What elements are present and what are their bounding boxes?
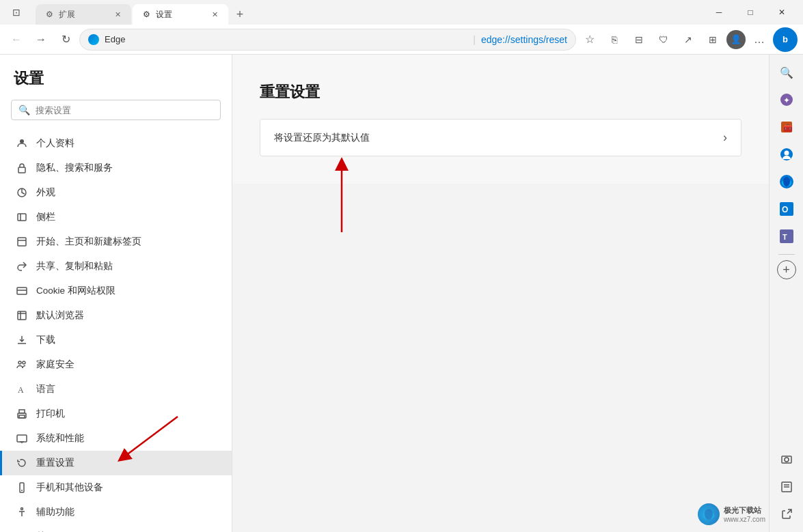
right-profile-icon[interactable] xyxy=(774,142,799,167)
address-bar[interactable]: Edge | edge://settings/reset xyxy=(79,29,576,51)
edge-logo-icon xyxy=(88,34,99,45)
sidebar-item-reset[interactable]: 重置设置 xyxy=(0,451,232,475)
sidebar-item-privacy[interactable]: 隐私、搜索和服务 xyxy=(0,156,232,180)
svg-rect-17 xyxy=(19,415,25,418)
right-open-icon[interactable] xyxy=(774,502,799,527)
printer-icon xyxy=(16,408,28,420)
svg-point-40 xyxy=(785,458,789,462)
tab-bar: ⚙ 扩展 ✕ ⚙ 设置 ✕ + xyxy=(36,0,698,25)
refresh-button[interactable]: ↻ xyxy=(55,29,77,51)
sidebar-item-downloads[interactable]: 下载 xyxy=(0,328,232,352)
sidebar-item-sidebar-label: 侧栏 xyxy=(36,211,55,223)
sidebar-item-language[interactable]: A 语言 xyxy=(0,377,232,402)
watermark-text: 极光下载站 www.xz7.com xyxy=(724,505,765,523)
sidebar-item-accessibility[interactable]: 辅助功能 xyxy=(0,500,232,524)
settings-more-icon[interactable]: … xyxy=(748,29,770,51)
content-area: 重置设置 将设置还原为其默认值 › xyxy=(232,55,769,184)
settings-search-input[interactable] xyxy=(36,105,213,115)
collections-icon[interactable]: ⎘ xyxy=(603,29,625,51)
split-screen-icon[interactable]: ⊟ xyxy=(628,29,650,51)
privacy-icon xyxy=(16,162,28,174)
sidebar-item-share[interactable]: 共享、复制和粘贴 xyxy=(0,254,232,279)
profile-avatar[interactable]: 👤 xyxy=(726,30,746,49)
forward-button[interactable]: → xyxy=(30,29,52,51)
sidebar-icon xyxy=(16,211,28,223)
reset-defaults-card[interactable]: 将设置还原为其默认值 › xyxy=(260,119,741,156)
sidebar-item-sidebar[interactable]: 侧栏 xyxy=(0,205,232,229)
tab-settings[interactable]: ⚙ 设置 ✕ xyxy=(133,4,228,25)
right-panel-divider xyxy=(778,254,795,255)
svg-rect-1 xyxy=(18,167,25,173)
tab-extensions-close[interactable]: ✕ xyxy=(112,9,123,20)
sidebar-item-appearance-label: 外观 xyxy=(36,186,55,199)
sidebar-item-cookies[interactable]: Cookie 和网站权限 xyxy=(0,279,232,303)
share-icon[interactable]: ↗ xyxy=(677,29,699,51)
svg-rect-3 xyxy=(18,214,26,221)
right-discover-icon[interactable]: ✦ xyxy=(774,87,799,112)
avatar-initial: 👤 xyxy=(731,34,741,44)
window-controls-left: ⊡ xyxy=(5,1,27,23)
content-title: 重置设置 xyxy=(260,82,741,102)
watermark-logo xyxy=(698,503,720,525)
search-icon: 🔍 xyxy=(18,104,30,115)
reset-icon xyxy=(16,457,28,469)
sidebar-item-cookies-label: Cookie 和网站权限 xyxy=(36,285,115,297)
system-icon xyxy=(16,432,28,445)
sidebar-item-language-label: 语言 xyxy=(36,383,55,395)
window-controls-right: ─ □ ✕ xyxy=(703,0,798,25)
svg-point-13 xyxy=(18,361,21,364)
tab-extensions[interactable]: ⚙ 扩展 ✕ xyxy=(36,4,131,25)
sidebar-title: 设置 xyxy=(0,68,232,100)
sidebar-item-appearance[interactable]: 外观 xyxy=(0,180,232,205)
sidebar-item-printer-label: 打印机 xyxy=(36,408,65,420)
sidebar-item-system[interactable]: 系统和性能 xyxy=(0,426,232,451)
close-button[interactable]: ✕ xyxy=(766,0,798,25)
sidebar-item-privacy-label: 隐私、搜索和服务 xyxy=(36,162,113,174)
cookies-icon xyxy=(16,285,28,297)
reset-card-text: 将设置还原为其默认值 xyxy=(274,132,723,144)
tab-settings-close[interactable]: ✕ xyxy=(209,9,220,20)
title-bar: ⊡ ⚙ 扩展 ✕ ⚙ 设置 ✕ + ─ □ ✕ xyxy=(0,0,803,25)
right-edge-icon[interactable] xyxy=(774,169,799,194)
sidebar-item-default-browser[interactable]: 默认浏览器 xyxy=(0,303,232,328)
sidebar-item-about[interactable]: 关于 Microsoft Edge xyxy=(0,524,232,532)
right-teams-icon[interactable]: T xyxy=(774,224,799,249)
right-screenshot-icon[interactable] xyxy=(774,447,799,472)
bing-icon: b xyxy=(782,34,788,44)
sidebar-item-downloads-label: 下载 xyxy=(36,334,55,346)
maximize-button[interactable]: □ xyxy=(735,0,766,25)
back-button[interactable]: ← xyxy=(5,29,27,51)
sidebar-item-printer[interactable]: 打印机 xyxy=(0,402,232,426)
family-icon xyxy=(16,359,28,371)
svg-rect-18 xyxy=(17,435,27,442)
browser-essentials-icon[interactable]: 🛡 xyxy=(653,29,675,51)
new-tab-button[interactable]: + xyxy=(230,4,250,25)
sidebar-item-profile-label: 个人资料 xyxy=(36,137,74,150)
sidebar-panel-icon[interactable]: ⊞ xyxy=(702,29,724,51)
favorites-icon[interactable]: ☆ xyxy=(579,29,601,51)
default-browser-icon xyxy=(16,309,28,322)
browser-chrome: ⊡ ⚙ 扩展 ✕ ⚙ 设置 ✕ + ─ □ ✕ ← → ↻ xyxy=(0,0,803,55)
tab-extensions-icon: ⚙ xyxy=(44,9,55,20)
sidebar-item-profile[interactable]: 个人资料 xyxy=(0,131,232,156)
sidebar-item-accessibility-label: 辅助功能 xyxy=(36,506,74,518)
minimize-button[interactable]: ─ xyxy=(703,0,735,25)
right-reading-icon[interactable] xyxy=(774,475,799,499)
sidebar-item-reset-label: 重置设置 xyxy=(36,457,74,469)
language-icon: A xyxy=(16,383,28,395)
sidebar-toggle-icon[interactable]: ⊡ xyxy=(5,1,27,23)
settings-search-box[interactable]: 🔍 xyxy=(11,100,221,120)
watermark: 极光下载站 www.xz7.com xyxy=(698,503,765,525)
startup-icon xyxy=(16,236,28,248)
right-search-icon[interactable]: 🔍 xyxy=(774,60,799,85)
sidebar-item-family[interactable]: 家庭安全 xyxy=(0,352,232,377)
sidebar-item-mobile[interactable]: 手机和其他设备 xyxy=(0,475,232,500)
sidebar-item-startup[interactable]: 开始、主页和新建标签页 xyxy=(0,229,232,254)
right-panel-add-button[interactable]: + xyxy=(777,260,796,279)
svg-text:T: T xyxy=(782,233,787,241)
right-outlook-icon[interactable]: O xyxy=(774,197,799,221)
right-tools-icon[interactable]: 🧰 xyxy=(774,115,799,139)
mobile-icon xyxy=(16,481,28,494)
svg-text:A: A xyxy=(18,385,24,395)
bing-button[interactable]: b xyxy=(773,27,798,52)
